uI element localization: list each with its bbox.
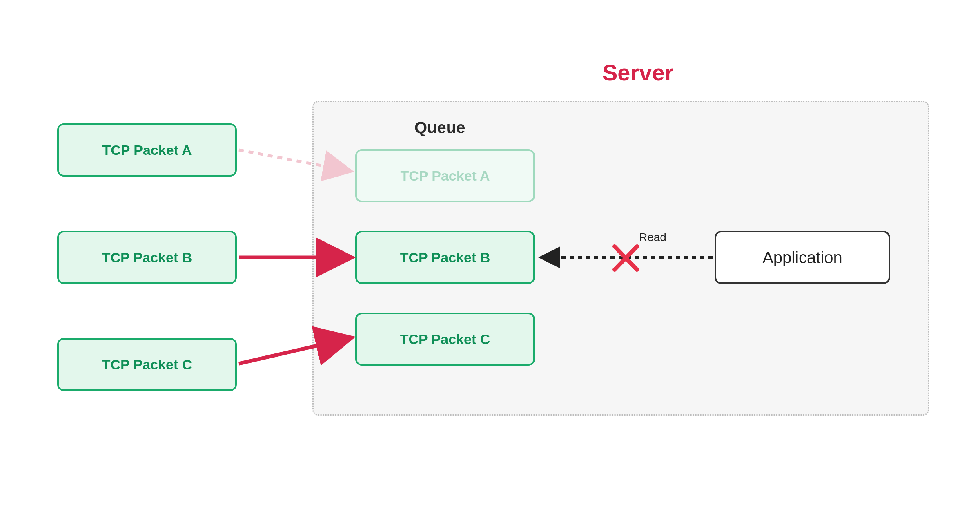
queue-packet-a-label: TCP Packet A bbox=[400, 168, 490, 184]
queue-packet-c-label: TCP Packet C bbox=[400, 331, 490, 347]
diagram-canvas: Server Queue TCP Packet A TCP Packet B T… bbox=[0, 0, 980, 523]
queue-packet-b-label: TCP Packet B bbox=[400, 250, 490, 266]
source-packet-a-label: TCP Packet A bbox=[102, 142, 192, 158]
read-label: Read bbox=[639, 231, 666, 244]
queue-packet-a: TCP Packet A bbox=[355, 149, 535, 202]
server-title: Server bbox=[602, 59, 673, 86]
application-box: Application bbox=[715, 231, 890, 284]
source-packet-c-label: TCP Packet C bbox=[102, 357, 192, 373]
queue-label: Queue bbox=[414, 118, 465, 137]
application-label: Application bbox=[762, 248, 842, 267]
source-packet-b: TCP Packet B bbox=[57, 231, 237, 284]
queue-packet-c: TCP Packet C bbox=[355, 313, 535, 366]
source-packet-a: TCP Packet A bbox=[57, 123, 237, 177]
source-packet-c: TCP Packet C bbox=[57, 338, 237, 391]
queue-packet-b: TCP Packet B bbox=[355, 231, 535, 284]
source-packet-b-label: TCP Packet B bbox=[102, 250, 192, 266]
